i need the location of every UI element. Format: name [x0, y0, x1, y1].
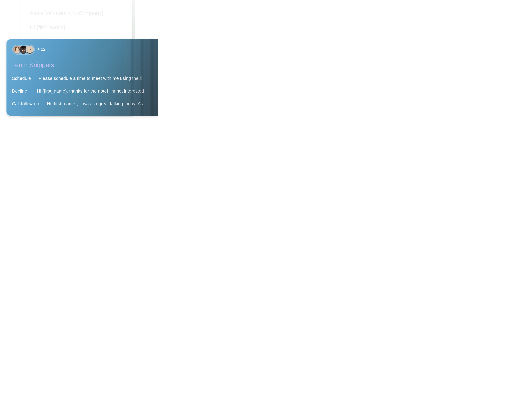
document-greeting: Hi {first_name}: [30, 24, 66, 31]
document-title: Acme Ventures < > {Company}: [30, 10, 103, 16]
snippet-row-decline[interactable]: Decline Hi {first_name}, thanks for the …: [12, 88, 144, 93]
snippet-label: Call follow-up: [12, 101, 39, 106]
svg-point-8: [21, 46, 26, 49]
snippet-label: Schedule: [12, 76, 31, 81]
snippet-row-call-follow-up[interactable]: Call follow-up Hi {first_name}, It was s…: [12, 101, 143, 106]
svg-point-2: [16, 49, 17, 49]
snippet-label: Decline: [12, 88, 27, 93]
svg-point-10: [24, 49, 25, 50]
snippet-preview-text: Hi {first_name}, It was so great talking…: [47, 101, 143, 106]
svg-point-18: [28, 51, 32, 53]
svg-point-14: [28, 47, 31, 51]
svg-point-16: [30, 49, 31, 49]
avatar-overflow-count: + 22: [37, 47, 46, 52]
panel-title: Team Snippets: [12, 61, 54, 69]
snippet-preview-text: Hi {first_name}, thanks for the note! I'…: [37, 88, 144, 93]
snippet-preview-text: Please schedule a time to meet with me u…: [39, 76, 142, 81]
svg-point-5: [15, 51, 19, 53]
svg-point-3: [18, 49, 18, 49]
svg-point-15: [29, 49, 29, 49]
team-snippets-panel: + 22 Team Snippets Schedule Please sched…: [7, 39, 158, 116]
avatar: [25, 45, 34, 54]
avatar-group[interactable]: [12, 45, 35, 55]
snippet-row-schedule[interactable]: Schedule Please schedule a time to meet …: [12, 76, 142, 81]
svg-point-9: [22, 49, 23, 50]
svg-point-12: [21, 51, 25, 53]
